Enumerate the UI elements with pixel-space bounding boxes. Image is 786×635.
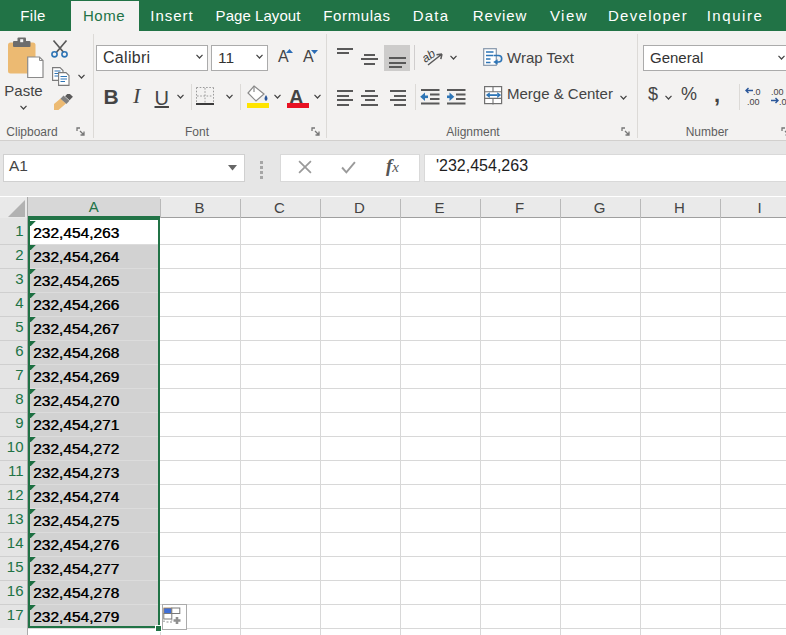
svg-text:.00: .00 <box>747 97 760 106</box>
svg-text:.0: .0 <box>779 97 786 106</box>
svg-text:.0: .0 <box>753 87 761 97</box>
svg-text:.00: .00 <box>771 87 784 97</box>
